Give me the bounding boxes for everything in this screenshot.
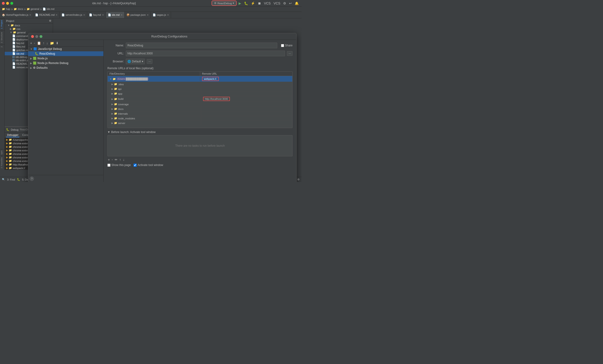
stop-button[interactable]: ⏹ xyxy=(257,1,262,6)
modal-maximize-button[interactable] xyxy=(40,35,42,38)
vcs-button2[interactable]: VCS xyxy=(273,1,281,6)
table-row[interactable]: ▶ 📁 coverage xyxy=(108,102,292,107)
breadcrumb-general[interactable]: 📁 general xyxy=(27,8,39,11)
config-group-defaults[interactable]: ▶ ⚙ Defaults xyxy=(28,66,104,70)
table-row[interactable]: ▶ 📁 internals xyxy=(108,111,292,116)
sidebar-tab-structure[interactable]: Z: Structure xyxy=(0,30,4,45)
collapse-arrow-icon: ▼ xyxy=(107,130,110,134)
before-launch-header[interactable]: ▼ Before launch: Activate tool window xyxy=(107,130,292,134)
chevron-down-icon: ▾ xyxy=(142,60,143,63)
browser-ellipsis-button[interactable]: ··· xyxy=(147,59,152,64)
name-row: Name: Share xyxy=(107,43,292,48)
settings-icon[interactable]: ⚙ xyxy=(297,178,300,181)
vcs-button1[interactable]: VCS xyxy=(263,1,272,6)
tab-sagas[interactable]: 📄 sagas.js ✕ xyxy=(151,12,171,18)
show-page-checkbox[interactable] xyxy=(107,164,110,167)
tab-label: 📄 sagas.js xyxy=(153,13,166,16)
tab-readme[interactable]: 📄 README.md ✕ xyxy=(33,12,59,18)
project-header: Project ⚙ xyxy=(5,18,53,23)
breadcrumb-hap[interactable]: 📁 hap xyxy=(2,8,10,11)
edit-task-button[interactable]: ✏ xyxy=(114,158,118,161)
debug-button[interactable]: 🐛 xyxy=(243,1,249,6)
tree-item-docs[interactable]: ▼ 📁 docs xyxy=(5,23,53,27)
show-page-checkbox-label[interactable]: Show this page xyxy=(107,163,131,167)
tab-close-icon[interactable]: ✕ xyxy=(147,14,149,16)
name-input[interactable] xyxy=(126,43,277,48)
table-row[interactable]: ▶ 📁 server xyxy=(108,121,292,125)
tab-close-icon[interactable]: ✕ xyxy=(167,14,169,16)
find-tab[interactable]: 🔍 xyxy=(2,178,5,181)
breadcrumb-file[interactable]: 📄 ide.md xyxy=(43,8,54,11)
no-tasks-text: There are no tasks to run before launch xyxy=(175,144,225,148)
add-config-button[interactable]: + xyxy=(30,41,33,46)
copy-config-button[interactable]: 📋 xyxy=(36,41,41,46)
tab-label: 📄 ide.md xyxy=(108,13,120,16)
config-group-js-debug[interactable]: ▼ 🟦 JavaScript Debug xyxy=(28,47,104,51)
tab-close-icon[interactable]: ✕ xyxy=(56,14,58,16)
tab-close-icon[interactable]: ✕ xyxy=(83,14,85,16)
url-input[interactable] xyxy=(126,51,285,56)
react-debug-button[interactable]: ⚙ ReactDebug ▾ xyxy=(212,1,236,5)
help-button[interactable]: ? xyxy=(30,177,34,181)
table-row[interactable]: ▶ 📁 api xyxy=(108,87,292,91)
maximize-button[interactable] xyxy=(10,2,13,5)
project-label: Project xyxy=(6,20,14,22)
move-up-button[interactable]: ↑ xyxy=(42,41,45,46)
table-row[interactable]: ▼ 📁 /Users ████████████ webpack://. xyxy=(108,76,292,82)
breadcrumb-docs[interactable]: 📁 docs xyxy=(14,8,23,11)
tab-close-icon[interactable]: ✕ xyxy=(29,14,31,16)
run-button[interactable]: ▶ xyxy=(238,1,242,6)
sidebar-tab-project[interactable]: 1: Project xyxy=(0,18,4,30)
tab-package-json[interactable]: 📦 package.json ✕ xyxy=(125,12,151,18)
table-row[interactable]: ▶ 📁 build http://localhost:3000 xyxy=(108,96,292,102)
notifications-button[interactable]: 🔔 xyxy=(294,1,300,6)
tab-faq[interactable]: 📄 faq.md ✕ xyxy=(87,12,106,18)
remote-url-cell xyxy=(201,108,292,110)
tree-item-css[interactable]: ▶ 📁 css xyxy=(5,27,53,31)
share-checkbox[interactable] xyxy=(281,44,284,47)
tab-debugger[interactable]: Debugger xyxy=(6,133,19,137)
tab-close-icon[interactable]: ✕ xyxy=(121,14,122,16)
config-group-nodejs[interactable]: ▶ 🟩 Node.js xyxy=(28,56,104,61)
table-row[interactable]: ▶ 📁 node_modules xyxy=(108,116,292,121)
table-row[interactable]: ▶ 📁 docs xyxy=(108,107,292,111)
minimize-button[interactable] xyxy=(6,2,9,5)
table-row[interactable]: ▶ 📁 .idea xyxy=(108,82,292,87)
undo-button[interactable]: ↩ xyxy=(288,1,293,6)
move-task-up-button[interactable]: ↑ xyxy=(119,158,122,161)
sort-button[interactable]: ⬇ xyxy=(55,41,59,46)
before-launch-label: Before launch: Activate tool window xyxy=(111,130,156,134)
table-row[interactable]: ▶ 📁 app xyxy=(108,91,292,96)
folder-button[interactable]: 📁 xyxy=(49,41,54,46)
tab-homepage-index[interactable]: 🏠 HomePage/index.js ✕ xyxy=(0,12,33,18)
remote-url-cell: http://localhost:3000 xyxy=(201,96,292,102)
sidebar-tab-favorites[interactable]: 2: Favorites xyxy=(0,156,4,170)
remove-config-button[interactable]: - xyxy=(34,41,35,46)
url-ellipsis-button[interactable]: ··· xyxy=(287,51,292,56)
config-item-reactdebug[interactable]: 🐛 ReactDebug xyxy=(28,51,104,56)
remove-task-button[interactable]: - xyxy=(111,158,113,161)
find-label[interactable]: 3: Find xyxy=(7,178,15,181)
sidebar-tab-z[interactable]: Z xyxy=(0,45,4,49)
activate-tool-checkbox[interactable] xyxy=(134,164,137,167)
move-task-down-button[interactable]: ↓ xyxy=(122,158,125,161)
settings-button[interactable]: ⚙ xyxy=(282,1,287,6)
sidebar-tab-npm[interactable]: npm xyxy=(0,149,4,156)
config-group-nodejs-remote[interactable]: ▶ 🟩 Node.js Remote Debug xyxy=(28,61,104,66)
activate-tool-checkbox-label[interactable]: Activate tool window xyxy=(134,163,163,167)
move-down-button[interactable]: ↓ xyxy=(46,41,48,46)
tab-ide-md[interactable]: 📄 ide.md ✕ xyxy=(106,12,125,18)
webpack-badge: webpack://. xyxy=(202,77,219,81)
modal-minimize-button[interactable] xyxy=(35,35,38,38)
modal-close-button[interactable] xyxy=(31,35,34,38)
close-button[interactable] xyxy=(2,2,5,5)
tab-close-icon[interactable]: ✕ xyxy=(102,14,104,16)
browser-select[interactable]: 🌐 Default ▾ xyxy=(126,59,145,64)
browser-label: Browser: xyxy=(107,60,124,63)
add-task-button[interactable]: + xyxy=(107,158,110,161)
tab-server-index[interactable]: 📄 server/index.js ✕ xyxy=(60,12,87,18)
breadcrumb: 📁 hap > 📁 docs > 📁 general > 📄 ide.md xyxy=(0,7,302,12)
share-checkbox-row: Share xyxy=(281,44,292,47)
coverage-button[interactable]: ⚡ xyxy=(250,1,256,6)
settings-icon[interactable]: ⚙ xyxy=(49,19,51,22)
